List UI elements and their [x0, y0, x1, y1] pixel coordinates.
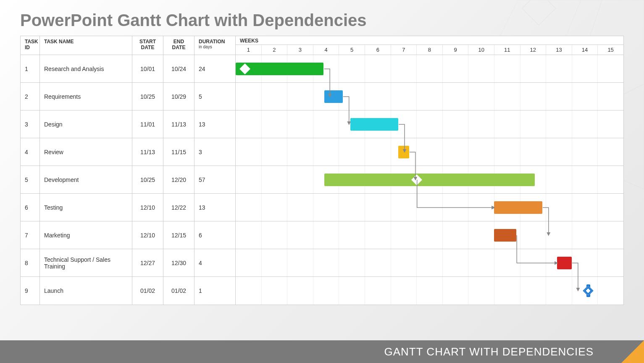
task-id: 2 — [21, 83, 40, 110]
gantt-bar — [324, 174, 535, 186]
gantt-bar — [350, 118, 398, 131]
week-number: 2 — [262, 45, 288, 55]
weeks-label: WEEKS — [236, 36, 623, 45]
header-start-date: START DATE — [132, 36, 163, 55]
task-row: 3Design11/0111/1313 — [21, 110, 623, 138]
task-start-date: 10/01 — [132, 55, 163, 82]
week-number: 4 — [313, 45, 339, 55]
gantt-header-row: TASK ID TASK NAME START DATE END DATE DU… — [21, 36, 623, 55]
task-name: Development — [40, 166, 132, 193]
gantt-cell — [236, 221, 623, 249]
task-end-date: 11/15 — [163, 138, 195, 166]
week-number: 5 — [339, 45, 365, 55]
week-number: 7 — [391, 45, 417, 55]
task-end-date: 10/29 — [163, 83, 195, 110]
week-number: 14 — [572, 45, 598, 55]
task-id: 6 — [21, 194, 40, 221]
task-start-date: 01/02 — [132, 277, 163, 305]
task-name: Design — [40, 110, 132, 138]
task-name: Requirements — [40, 83, 132, 110]
task-start-date: 11/01 — [132, 110, 163, 138]
task-end-date: 12/22 — [163, 194, 195, 221]
task-duration: 13 — [195, 110, 236, 138]
task-id: 1 — [21, 55, 40, 82]
week-number: 10 — [468, 45, 494, 55]
header-weeks: WEEKS 123456789101112131415 — [236, 36, 623, 55]
task-row: 5Development10/2512/2057 — [21, 166, 623, 194]
task-duration: 4 — [195, 249, 236, 276]
week-number: 15 — [598, 45, 623, 55]
task-end-date: 01/02 — [163, 277, 195, 305]
task-duration: 3 — [195, 138, 236, 166]
task-duration: 13 — [195, 194, 236, 221]
header-task-id: TASK ID — [21, 36, 40, 55]
gantt-cell — [236, 166, 623, 193]
gantt-cell — [236, 249, 623, 276]
header-end-date: END DATE — [163, 36, 195, 55]
footer-accent — [621, 340, 644, 363]
task-duration: 24 — [195, 55, 236, 82]
week-number: 9 — [443, 45, 469, 55]
task-start-date: 12/10 — [132, 221, 163, 249]
gantt-cell — [236, 138, 623, 166]
gantt-bar — [557, 257, 572, 269]
footer-bar: GANTT CHART WITH DEPENDENCIES — [0, 340, 644, 363]
week-number: 3 — [287, 45, 313, 55]
gantt-bar — [494, 229, 516, 242]
task-end-date: 12/15 — [163, 221, 195, 249]
gantt-bar — [494, 201, 542, 214]
task-end-date: 10/24 — [163, 55, 195, 82]
week-number: 8 — [417, 45, 443, 55]
task-row: 7Marketing12/1012/156 — [21, 221, 623, 249]
gantt-cell — [236, 194, 623, 221]
gantt-cell — [236, 83, 623, 110]
gantt-cell — [236, 110, 623, 138]
task-name: Research and Analysis — [40, 55, 132, 82]
task-name: Review — [40, 138, 132, 166]
task-row: 4Review11/1311/153 — [21, 138, 623, 166]
task-id: 7 — [21, 221, 40, 249]
task-start-date: 10/25 — [132, 166, 163, 193]
gantt-chart: TASK ID TASK NAME START DATE END DATE DU… — [20, 36, 624, 305]
task-id: 4 — [21, 138, 40, 166]
week-number: 1 — [236, 45, 262, 55]
task-row: 9Launch01/0201/021 — [21, 277, 623, 305]
gantt-bar — [324, 90, 343, 103]
task-duration: 57 — [195, 166, 236, 193]
task-row: 6Testing12/1012/2213 — [21, 194, 623, 221]
task-duration: 5 — [195, 83, 236, 110]
task-id: 8 — [21, 249, 40, 276]
gantt-bar — [398, 146, 409, 158]
gantt-cell — [236, 277, 623, 305]
task-duration: 1 — [195, 277, 236, 305]
task-start-date: 12/27 — [132, 249, 163, 276]
week-number: 13 — [546, 45, 572, 55]
task-end-date: 12/20 — [163, 166, 195, 193]
task-start-date: 11/13 — [132, 138, 163, 166]
task-name: Testing — [40, 194, 132, 221]
week-number: 11 — [494, 45, 520, 55]
task-name: Marketing — [40, 221, 132, 249]
week-number: 12 — [520, 45, 547, 55]
task-duration: 6 — [195, 221, 236, 249]
task-name: Technical Support / Sales Training — [40, 249, 132, 276]
task-id: 5 — [21, 166, 40, 193]
task-id: 3 — [21, 110, 40, 138]
task-row: 2Requirements10/2510/295 — [21, 83, 623, 110]
task-name: Launch — [40, 277, 132, 305]
footer-text: GANTT CHART WITH DEPENDENCIES — [384, 345, 594, 358]
task-end-date: 11/13 — [163, 110, 195, 138]
task-id: 9 — [21, 277, 40, 305]
page-title: PowerPoint Gantt Chart with Dependencies — [0, 0, 644, 36]
week-number: 6 — [365, 45, 391, 55]
header-duration: DURATIONin days — [195, 36, 236, 55]
task-start-date: 10/25 — [132, 83, 163, 110]
task-row: 8Technical Support / Sales Training12/27… — [21, 249, 623, 277]
task-row: 1Research and Analysis10/0110/2424 — [21, 55, 623, 83]
task-start-date: 12/10 — [132, 194, 163, 221]
gantt-cell — [236, 55, 623, 82]
task-end-date: 12/30 — [163, 249, 195, 276]
header-task-name: TASK NAME — [40, 36, 132, 55]
